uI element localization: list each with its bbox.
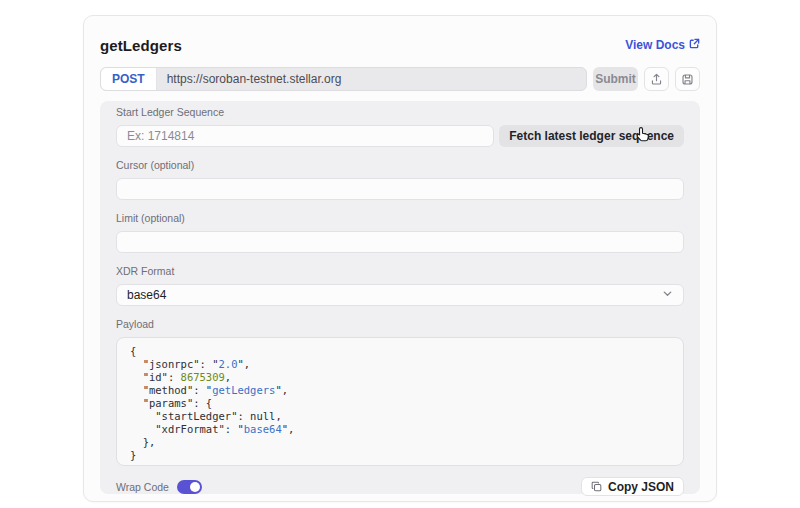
http-method-badge: POST [101, 68, 157, 90]
save-icon [681, 73, 694, 86]
limit-field: Limit (optional) [116, 213, 684, 253]
share-button[interactable] [644, 67, 669, 91]
limit-label: Limit (optional) [116, 213, 684, 224]
endpoint-input-group[interactable]: POST https://soroban-testnet.stellar.org [100, 67, 587, 91]
xdr-format-select[interactable]: base64 [116, 284, 684, 306]
view-docs-link[interactable]: View Docs [625, 38, 700, 52]
start-ledger-input[interactable] [116, 125, 494, 147]
limit-input[interactable] [116, 231, 684, 253]
view-docs-label: View Docs [625, 38, 685, 52]
cursor-label: Cursor (optional) [116, 160, 684, 171]
submit-button[interactable]: Submit [593, 67, 638, 91]
xdr-format-selected-value: base64 [127, 288, 166, 302]
xdr-format-label: XDR Format [116, 266, 684, 277]
payload-code[interactable]: { "jsonrpc": "2.0", "id": 8675309, "meth… [116, 337, 684, 466]
panel-footer: Wrap Code Copy JSON [116, 477, 684, 496]
api-explorer-card: getLedgers View Docs POST https://soroba… [83, 15, 717, 502]
card-header: getLedgers View Docs [100, 36, 700, 54]
save-button[interactable] [675, 67, 700, 91]
toggle-knob [190, 482, 200, 492]
page-title: getLedgers [100, 37, 182, 54]
wrap-code-label: Wrap Code [116, 481, 169, 493]
fetch-latest-ledger-button[interactable]: Fetch latest ledger sequence [499, 125, 684, 147]
payload-label: Payload [116, 319, 684, 330]
cursor-field: Cursor (optional) [116, 160, 684, 200]
chevron-down-icon [662, 288, 673, 302]
external-link-icon [689, 38, 700, 52]
copy-icon [591, 481, 602, 492]
request-form-panel: Start Ledger Sequence Fetch latest ledge… [100, 101, 700, 494]
wrap-code-toggle[interactable] [177, 480, 202, 494]
start-ledger-field: Start Ledger Sequence Fetch latest ledge… [116, 107, 684, 147]
endpoint-url-field[interactable]: https://soroban-testnet.stellar.org [157, 68, 586, 90]
start-ledger-label: Start Ledger Sequence [116, 107, 684, 118]
copy-json-label: Copy JSON [608, 480, 674, 494]
cursor-input[interactable] [116, 178, 684, 200]
xdr-format-field: XDR Format base64 [116, 266, 684, 306]
copy-json-button[interactable]: Copy JSON [581, 477, 684, 496]
request-bar: POST https://soroban-testnet.stellar.org… [100, 67, 700, 91]
payload-field: Payload { "jsonrpc": "2.0", "id": 867530… [116, 319, 684, 466]
share-icon [650, 73, 663, 86]
